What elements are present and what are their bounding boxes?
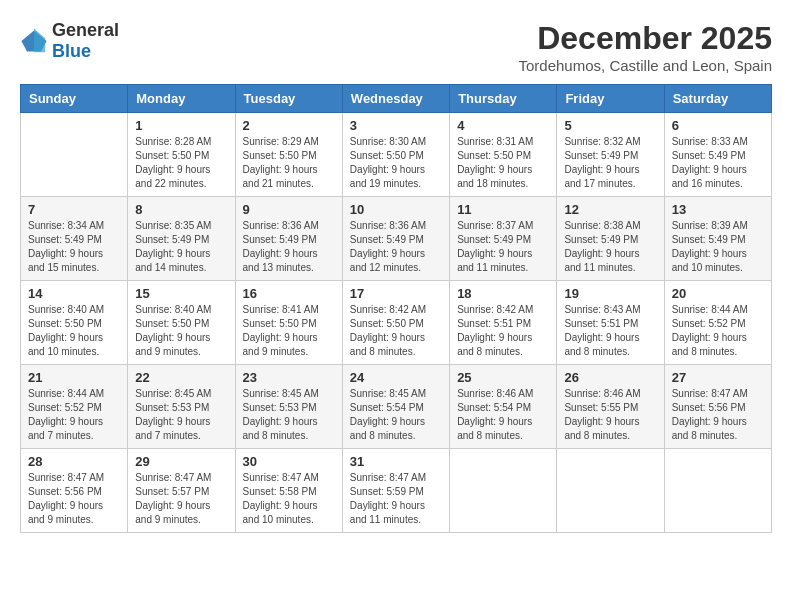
day-cell: 24Sunrise: 8:45 AMSunset: 5:54 PMDayligh…: [342, 365, 449, 449]
day-cell: 9Sunrise: 8:36 AMSunset: 5:49 PMDaylight…: [235, 197, 342, 281]
day-number: 20: [672, 286, 764, 301]
day-number: 14: [28, 286, 120, 301]
header-wednesday: Wednesday: [342, 85, 449, 113]
svg-marker-1: [34, 28, 45, 52]
day-cell: [557, 449, 664, 533]
day-number: 5: [564, 118, 656, 133]
day-cell: 13Sunrise: 8:39 AMSunset: 5:49 PMDayligh…: [664, 197, 771, 281]
day-info: Sunrise: 8:40 AMSunset: 5:50 PMDaylight:…: [135, 303, 227, 359]
day-info: Sunrise: 8:33 AMSunset: 5:49 PMDaylight:…: [672, 135, 764, 191]
day-cell: 21Sunrise: 8:44 AMSunset: 5:52 PMDayligh…: [21, 365, 128, 449]
day-number: 17: [350, 286, 442, 301]
day-cell: 19Sunrise: 8:43 AMSunset: 5:51 PMDayligh…: [557, 281, 664, 365]
day-number: 21: [28, 370, 120, 385]
day-number: 23: [243, 370, 335, 385]
day-info: Sunrise: 8:34 AMSunset: 5:49 PMDaylight:…: [28, 219, 120, 275]
logo-general: General: [52, 20, 119, 40]
day-cell: 31Sunrise: 8:47 AMSunset: 5:59 PMDayligh…: [342, 449, 449, 533]
week-row-2: 14Sunrise: 8:40 AMSunset: 5:50 PMDayligh…: [21, 281, 772, 365]
day-info: Sunrise: 8:45 AMSunset: 5:53 PMDaylight:…: [135, 387, 227, 443]
day-info: Sunrise: 8:47 AMSunset: 5:57 PMDaylight:…: [135, 471, 227, 527]
calendar-table: SundayMondayTuesdayWednesdayThursdayFrid…: [20, 84, 772, 533]
day-cell: 20Sunrise: 8:44 AMSunset: 5:52 PMDayligh…: [664, 281, 771, 365]
month-title: December 2025: [519, 20, 773, 57]
day-info: Sunrise: 8:30 AMSunset: 5:50 PMDaylight:…: [350, 135, 442, 191]
day-number: 25: [457, 370, 549, 385]
day-number: 27: [672, 370, 764, 385]
header-friday: Friday: [557, 85, 664, 113]
logo-icon: [20, 27, 48, 55]
day-info: Sunrise: 8:36 AMSunset: 5:49 PMDaylight:…: [350, 219, 442, 275]
day-cell: 10Sunrise: 8:36 AMSunset: 5:49 PMDayligh…: [342, 197, 449, 281]
day-number: 7: [28, 202, 120, 217]
day-cell: 3Sunrise: 8:30 AMSunset: 5:50 PMDaylight…: [342, 113, 449, 197]
day-cell: [21, 113, 128, 197]
day-number: 18: [457, 286, 549, 301]
day-cell: 26Sunrise: 8:46 AMSunset: 5:55 PMDayligh…: [557, 365, 664, 449]
day-number: 15: [135, 286, 227, 301]
location: Tordehumos, Castille and Leon, Spain: [519, 57, 773, 74]
day-info: Sunrise: 8:47 AMSunset: 5:56 PMDaylight:…: [28, 471, 120, 527]
day-info: Sunrise: 8:45 AMSunset: 5:53 PMDaylight:…: [243, 387, 335, 443]
day-info: Sunrise: 8:31 AMSunset: 5:50 PMDaylight:…: [457, 135, 549, 191]
day-number: 8: [135, 202, 227, 217]
day-info: Sunrise: 8:42 AMSunset: 5:51 PMDaylight:…: [457, 303, 549, 359]
day-cell: 18Sunrise: 8:42 AMSunset: 5:51 PMDayligh…: [450, 281, 557, 365]
day-number: 3: [350, 118, 442, 133]
day-info: Sunrise: 8:46 AMSunset: 5:55 PMDaylight:…: [564, 387, 656, 443]
day-number: 1: [135, 118, 227, 133]
day-number: 9: [243, 202, 335, 217]
day-info: Sunrise: 8:44 AMSunset: 5:52 PMDaylight:…: [672, 303, 764, 359]
day-cell: 6Sunrise: 8:33 AMSunset: 5:49 PMDaylight…: [664, 113, 771, 197]
day-number: 4: [457, 118, 549, 133]
day-info: Sunrise: 8:43 AMSunset: 5:51 PMDaylight:…: [564, 303, 656, 359]
day-info: Sunrise: 8:35 AMSunset: 5:49 PMDaylight:…: [135, 219, 227, 275]
header-saturday: Saturday: [664, 85, 771, 113]
day-cell: 14Sunrise: 8:40 AMSunset: 5:50 PMDayligh…: [21, 281, 128, 365]
day-number: 10: [350, 202, 442, 217]
day-number: 28: [28, 454, 120, 469]
day-number: 11: [457, 202, 549, 217]
day-info: Sunrise: 8:28 AMSunset: 5:50 PMDaylight:…: [135, 135, 227, 191]
day-cell: 12Sunrise: 8:38 AMSunset: 5:49 PMDayligh…: [557, 197, 664, 281]
day-info: Sunrise: 8:41 AMSunset: 5:50 PMDaylight:…: [243, 303, 335, 359]
day-info: Sunrise: 8:36 AMSunset: 5:49 PMDaylight:…: [243, 219, 335, 275]
day-cell: 27Sunrise: 8:47 AMSunset: 5:56 PMDayligh…: [664, 365, 771, 449]
day-cell: 7Sunrise: 8:34 AMSunset: 5:49 PMDaylight…: [21, 197, 128, 281]
day-number: 29: [135, 454, 227, 469]
day-info: Sunrise: 8:40 AMSunset: 5:50 PMDaylight:…: [28, 303, 120, 359]
day-info: Sunrise: 8:47 AMSunset: 5:59 PMDaylight:…: [350, 471, 442, 527]
day-cell: 5Sunrise: 8:32 AMSunset: 5:49 PMDaylight…: [557, 113, 664, 197]
header-monday: Monday: [128, 85, 235, 113]
title-block: December 2025 Tordehumos, Castille and L…: [519, 20, 773, 74]
week-row-4: 28Sunrise: 8:47 AMSunset: 5:56 PMDayligh…: [21, 449, 772, 533]
day-cell: 30Sunrise: 8:47 AMSunset: 5:58 PMDayligh…: [235, 449, 342, 533]
day-info: Sunrise: 8:29 AMSunset: 5:50 PMDaylight:…: [243, 135, 335, 191]
logo-blue: Blue: [52, 41, 91, 61]
header-thursday: Thursday: [450, 85, 557, 113]
header-sunday: Sunday: [21, 85, 128, 113]
day-number: 12: [564, 202, 656, 217]
day-number: 24: [350, 370, 442, 385]
header-tuesday: Tuesday: [235, 85, 342, 113]
day-cell: [450, 449, 557, 533]
day-info: Sunrise: 8:44 AMSunset: 5:52 PMDaylight:…: [28, 387, 120, 443]
day-number: 13: [672, 202, 764, 217]
day-cell: 29Sunrise: 8:47 AMSunset: 5:57 PMDayligh…: [128, 449, 235, 533]
day-number: 22: [135, 370, 227, 385]
day-cell: 17Sunrise: 8:42 AMSunset: 5:50 PMDayligh…: [342, 281, 449, 365]
day-number: 19: [564, 286, 656, 301]
day-cell: 28Sunrise: 8:47 AMSunset: 5:56 PMDayligh…: [21, 449, 128, 533]
day-cell: 4Sunrise: 8:31 AMSunset: 5:50 PMDaylight…: [450, 113, 557, 197]
logo: General Blue: [20, 20, 119, 62]
day-cell: 23Sunrise: 8:45 AMSunset: 5:53 PMDayligh…: [235, 365, 342, 449]
logo-text: General Blue: [52, 20, 119, 62]
day-number: 2: [243, 118, 335, 133]
calendar-header: SundayMondayTuesdayWednesdayThursdayFrid…: [21, 85, 772, 113]
day-info: Sunrise: 8:45 AMSunset: 5:54 PMDaylight:…: [350, 387, 442, 443]
day-number: 31: [350, 454, 442, 469]
day-number: 30: [243, 454, 335, 469]
day-cell: 8Sunrise: 8:35 AMSunset: 5:49 PMDaylight…: [128, 197, 235, 281]
day-info: Sunrise: 8:38 AMSunset: 5:49 PMDaylight:…: [564, 219, 656, 275]
week-row-3: 21Sunrise: 8:44 AMSunset: 5:52 PMDayligh…: [21, 365, 772, 449]
